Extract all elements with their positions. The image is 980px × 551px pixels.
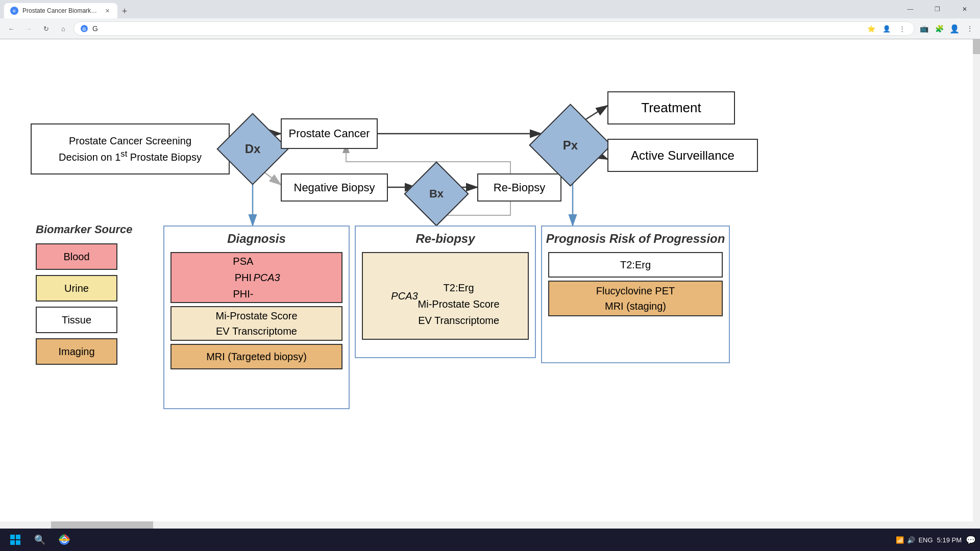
scrollbar-vertical-thumb[interactable] (973, 39, 980, 54)
diagnosis-title: Diagnosis (164, 227, 349, 249)
address-favicon: G (80, 24, 88, 33)
active-surveillance-box: Active Surveillance (607, 139, 758, 172)
svg-text:G: G (13, 9, 16, 13)
address-text: G (92, 24, 98, 33)
px-diamond-container: Px (541, 116, 600, 174)
minimize-button[interactable]: — (899, 0, 922, 18)
diagram: Prostate Cancer Screening Decision on 1s… (20, 49, 960, 531)
biomarker-imaging: Imaging (36, 338, 117, 365)
biomarker-blood: Blood (36, 243, 117, 270)
rebiopsy-box: Re-Biopsy (477, 173, 561, 202)
biomarker-tissue: Tissue (36, 307, 117, 333)
extensions-btn[interactable]: 🧩 (933, 22, 945, 35)
refresh-button[interactable]: ↻ (39, 21, 53, 36)
tab-favicon: G (10, 7, 18, 15)
prostate-cancer-box: Prostate Cancer (281, 118, 378, 149)
scrollbar-horizontal[interactable] (0, 521, 980, 529)
prognosis-title: Prognosis Risk of Progression (542, 227, 729, 249)
taskbar-system-icons: 📶 🔊 ENG (896, 536, 933, 544)
scrollbar-vertical[interactable] (973, 39, 980, 529)
network-icon: 📶 (896, 536, 904, 544)
taskbar-right: 📶 🔊 ENG 5:19 PM 💬 (896, 535, 976, 545)
bx-diamond-container: Bx (413, 171, 459, 217)
negative-biopsy-box: Negative Biopsy (281, 173, 388, 202)
px-label: Px (541, 116, 600, 174)
account-icon[interactable]: 👤 (948, 22, 961, 35)
close-button[interactable]: ✕ (953, 0, 976, 18)
search-button[interactable]: 🔍 (29, 530, 51, 550)
treatment-box: Treatment (607, 91, 735, 124)
menu-icon[interactable]: ⋮ (896, 22, 908, 35)
biomarker-urine: Urine (36, 275, 117, 302)
more-options-icon[interactable]: ⋮ (964, 22, 976, 35)
address-bar-icons: ⭐ 👤 ⋮ (865, 22, 908, 35)
taskbar: 🔍 📶 🔊 ENG 5:19 PM 💬 (0, 529, 980, 551)
screening-box: Prostate Cancer Screening Decision on 1s… (31, 123, 230, 174)
maximize-button[interactable]: ❐ (926, 0, 949, 18)
dx-label: Dx (227, 123, 278, 174)
diagnosis-item-3: MRI (Targeted biopsy) (170, 344, 342, 369)
screening-text: Prostate Cancer Screening Decision on 1s… (59, 134, 202, 164)
diagnosis-item-1: PSAPHIPHI-PCA3 (170, 252, 342, 303)
notification-icon[interactable]: 💬 (966, 535, 976, 545)
prognosis-box: Prognosis Risk of Progression T2:Erg Flu… (541, 226, 730, 363)
diagnosis-box: Diagnosis PSAPHIPHI-PCA3 Mi-Prostate Sco… (163, 226, 350, 409)
chrome-taskbar-icon[interactable] (53, 530, 76, 550)
biomarker-title: Biomarker Source (36, 223, 133, 236)
rebiopsy-cat-box: Re-biopsy PCA3T2:ErgMi-Prostate ScoreEV … (355, 226, 536, 358)
svg-text:G: G (83, 27, 86, 32)
language-label: ENG (918, 536, 933, 544)
taskbar-left: 🔍 (4, 530, 76, 550)
rebiopsy-cat-title: Re-biopsy (356, 227, 535, 249)
main-content: Prostate Cancer Screening Decision on 1s… (0, 39, 980, 541)
tab-title: Prostate Cancer Biomarker Devel (22, 7, 99, 14)
profile-icon[interactable]: 👤 (880, 22, 893, 35)
dx-diamond-container: Dx (227, 123, 278, 174)
tab-close-button[interactable]: ✕ (103, 7, 111, 15)
prognosis-item-2: Flucyclovine PETMRI (staging) (548, 281, 723, 316)
svg-rect-22 (16, 540, 20, 545)
svg-rect-20 (16, 535, 20, 539)
active-tab[interactable]: G Prostate Cancer Biomarker Devel ✕ (4, 3, 117, 18)
scrollbar-horizontal-thumb[interactable] (51, 521, 153, 529)
volume-icon: 🔊 (907, 536, 915, 544)
prognosis-item-1: T2:Erg (548, 252, 723, 278)
back-button[interactable]: ← (4, 21, 18, 36)
home-button[interactable]: ⌂ (56, 21, 70, 36)
biomarker-section: Biomarker Source Blood Urine Tissue Imag… (36, 223, 133, 370)
taskbar-time: 5:19 PM (937, 536, 962, 544)
forward-button[interactable]: → (21, 21, 36, 36)
tab-bar: G Prostate Cancer Biomarker Devel ✕ + — … (0, 0, 980, 18)
extensions-icon[interactable]: ⭐ (865, 22, 877, 35)
bx-label: Bx (413, 171, 459, 217)
start-button[interactable] (4, 530, 27, 550)
svg-rect-19 (10, 535, 15, 539)
address-bar-row: ← → ↻ ⌂ G G ⭐ 👤 ⋮ 📺 🧩 👤 ⋮ (0, 18, 980, 39)
window-controls: — ❐ ✕ (899, 0, 976, 18)
rebiopsy-item-1: PCA3T2:ErgMi-Prostate ScoreEV Transcript… (362, 252, 529, 340)
diagnosis-item-2: Mi-Prostate ScoreEV Transcriptome (170, 306, 342, 341)
browser-chrome: G Prostate Cancer Biomarker Devel ✕ + — … (0, 0, 980, 39)
cast-icon[interactable]: 📺 (918, 22, 930, 35)
svg-rect-21 (10, 540, 15, 545)
new-tab-button[interactable]: + (117, 4, 132, 18)
address-bar[interactable]: G G ⭐ 👤 ⋮ (74, 21, 915, 36)
